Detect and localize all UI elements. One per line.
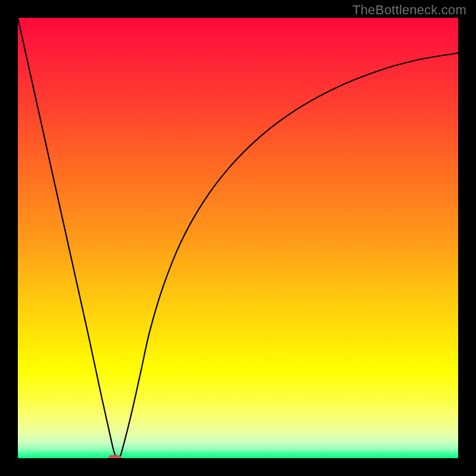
chart-frame: TheBottleneck.com	[0, 0, 476, 476]
bottleneck-curve	[18, 18, 458, 458]
plot-area	[18, 18, 458, 458]
watermark-text: TheBottleneck.com	[352, 2, 466, 18]
min-marker	[108, 455, 121, 458]
